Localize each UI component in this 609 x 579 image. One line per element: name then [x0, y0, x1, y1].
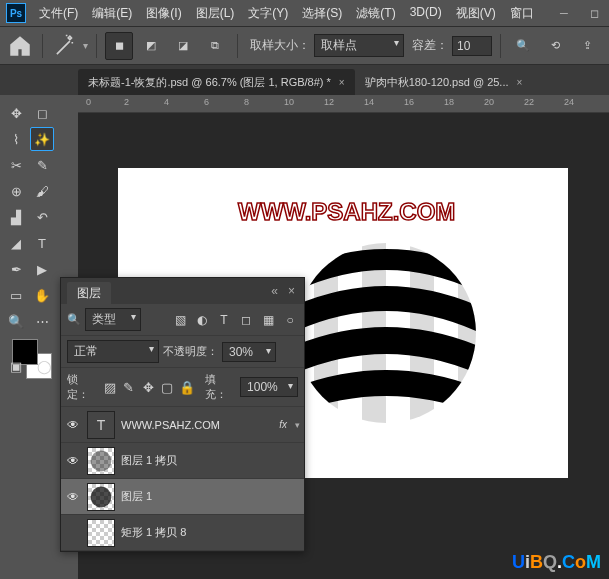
tab-doc-2[interactable]: 驴肉中秋180-120.psd @ 25...× — [355, 69, 533, 95]
lasso-tool-icon[interactable]: ⌇ — [4, 127, 28, 151]
sample-size-dropdown[interactable]: 取样点 — [314, 34, 404, 57]
menu-window[interactable]: 窗口 — [503, 0, 541, 27]
ruler-tick: 4 — [164, 97, 169, 107]
search-icon[interactable]: 🔍 — [509, 32, 537, 60]
lock-artboard-icon[interactable]: ▢ — [160, 379, 175, 395]
filter-row: 🔍 类型 ▧ ◐ T ◻ ▦ ○ — [61, 304, 304, 336]
opacity-dropdown[interactable]: 30% — [222, 342, 276, 362]
home-icon[interactable] — [6, 32, 34, 60]
fx-badge[interactable]: fx — [279, 419, 287, 430]
visibility-toggle[interactable]: 👁 — [65, 453, 81, 469]
layer-row[interactable]: 矩形 1 拷贝 8 — [61, 515, 304, 551]
magic-wand-tool-icon[interactable]: ✨ — [30, 127, 54, 151]
hand-tool-icon[interactable]: ✋ — [30, 283, 54, 307]
visibility-toggle[interactable]: 👁 — [65, 417, 81, 433]
crop-tool-icon[interactable]: ✂ — [4, 153, 28, 177]
close-icon[interactable]: × — [517, 77, 523, 88]
lock-pixels-icon[interactable]: ✎ — [121, 379, 136, 395]
visibility-toggle[interactable]: 👁 — [65, 489, 81, 505]
sphere-artwork — [286, 233, 486, 433]
minimize-button[interactable]: ─ — [549, 0, 579, 27]
chevron-down-icon[interactable]: ▾ — [83, 40, 88, 51]
wand-tool-icon[interactable] — [51, 32, 79, 60]
close-icon[interactable]: × — [339, 77, 345, 88]
tolerance-label: 容差： — [412, 37, 448, 54]
stamp-tool-icon[interactable]: ▟ — [4, 205, 28, 229]
chevron-down-icon[interactable]: ▾ — [295, 420, 300, 430]
layer-row[interactable]: 👁 T WWW.PSAHZ.COM fx ▾ — [61, 407, 304, 443]
healing-tool-icon[interactable]: ⊕ — [4, 179, 28, 203]
more-tools-icon[interactable]: ⋯ — [30, 309, 54, 333]
layer-name[interactable]: 矩形 1 拷贝 8 — [121, 525, 300, 540]
new-selection-icon[interactable]: ◼ — [105, 32, 133, 60]
lock-position-icon[interactable]: ✥ — [141, 379, 156, 395]
filter-smart-icon[interactable]: ▦ — [260, 312, 276, 328]
share-icon[interactable]: ⇪ — [573, 32, 601, 60]
marquee-tool-icon[interactable]: ◻ — [30, 101, 54, 125]
collapse-icon[interactable]: « — [268, 284, 281, 298]
path-select-tool-icon[interactable]: ▶ — [30, 257, 54, 281]
layer-name[interactable]: 图层 1 拷贝 — [121, 453, 300, 468]
tolerance-input[interactable] — [452, 36, 492, 56]
ruler-tick: 14 — [364, 97, 374, 107]
filter-toggle-icon[interactable]: ○ — [282, 312, 298, 328]
fill-dropdown[interactable]: 100% — [240, 377, 298, 397]
filter-adjust-icon[interactable]: ◐ — [194, 312, 210, 328]
layer-row[interactable]: 👁 图层 1 — [61, 479, 304, 515]
layer-thumb[interactable] — [87, 447, 115, 475]
add-selection-icon[interactable]: ◩ — [137, 32, 165, 60]
type-tool-icon[interactable]: T — [30, 231, 54, 255]
blend-mode-dropdown[interactable]: 正常 — [67, 340, 159, 363]
ruler-tick: 0 — [86, 97, 91, 107]
layer-name[interactable]: WWW.PSAHZ.COM — [121, 419, 273, 431]
tab-doc-1[interactable]: 未标题-1-恢复的.psd @ 66.7% (图层 1, RGB/8#) *× — [78, 69, 355, 95]
brush-tool-icon[interactable]: 🖌 — [30, 179, 54, 203]
history-brush-tool-icon[interactable]: ↶ — [30, 205, 54, 229]
filter-pixel-icon[interactable]: ▧ — [172, 312, 188, 328]
history-icon[interactable]: ⟲ — [541, 32, 569, 60]
eyedropper-tool-icon[interactable]: ✎ — [30, 153, 54, 177]
menu-filter[interactable]: 滤镜(T) — [349, 0, 402, 27]
type-layer-thumb[interactable]: T — [87, 411, 115, 439]
pen-tool-icon[interactable]: ✒ — [4, 257, 28, 281]
move-tool-icon[interactable]: ✥ — [4, 101, 28, 125]
layer-row[interactable]: 👁 图层 1 拷贝 — [61, 443, 304, 479]
close-icon[interactable]: × — [285, 284, 298, 298]
rectangle-tool-icon[interactable]: ▭ — [4, 283, 28, 307]
layer-thumb[interactable] — [87, 519, 115, 547]
zoom-tool-icon[interactable]: 🔍 — [4, 309, 28, 333]
lock-transparency-icon[interactable]: ▨ — [102, 379, 117, 395]
lock-label: 锁定： — [67, 372, 98, 402]
menu-edit[interactable]: 编辑(E) — [85, 0, 139, 27]
horizontal-ruler[interactable]: 0 2 4 6 8 10 12 14 16 18 20 22 24 — [78, 95, 609, 113]
restore-button[interactable]: ◻ — [579, 0, 609, 27]
quickmask-mode-icon[interactable]: ◯ — [32, 354, 56, 378]
filter-kind-dropdown[interactable]: 类型 — [85, 308, 141, 331]
filter-shape-icon[interactable]: ◻ — [238, 312, 254, 328]
layers-panel[interactable]: 图层 « × 🔍 类型 ▧ ◐ T ◻ ▦ ○ 正常 不透明度： 30% 锁定：… — [60, 277, 305, 552]
menu-image[interactable]: 图像(I) — [139, 0, 188, 27]
menu-view[interactable]: 视图(V) — [449, 0, 503, 27]
panel-tab-layers[interactable]: 图层 — [67, 282, 111, 305]
menu-layer[interactable]: 图层(L) — [189, 0, 242, 27]
menu-type[interactable]: 文字(Y) — [241, 0, 295, 27]
visibility-toggle[interactable] — [65, 525, 81, 541]
ruler-tick: 2 — [124, 97, 129, 107]
ruler-tick: 22 — [524, 97, 534, 107]
fill-label: 填充： — [205, 372, 236, 402]
panel-header[interactable]: 图层 « × — [61, 278, 304, 304]
subtract-selection-icon[interactable]: ◪ — [169, 32, 197, 60]
eraser-tool-icon[interactable]: ◢ — [4, 231, 28, 255]
blend-row: 正常 不透明度： 30% — [61, 336, 304, 368]
ruler-tick: 6 — [204, 97, 209, 107]
intersect-selection-icon[interactable]: ⧉ — [201, 32, 229, 60]
layer-name[interactable]: 图层 1 — [121, 489, 300, 504]
filter-type-icon[interactable]: T — [216, 312, 232, 328]
lock-all-icon[interactable]: 🔒 — [179, 379, 195, 395]
standard-mode-icon[interactable]: ▣ — [4, 354, 28, 378]
search-icon[interactable]: 🔍 — [67, 313, 81, 326]
menu-select[interactable]: 选择(S) — [295, 0, 349, 27]
menu-file[interactable]: 文件(F) — [32, 0, 85, 27]
layer-thumb[interactable] — [87, 483, 115, 511]
menu-3d[interactable]: 3D(D) — [403, 0, 449, 27]
